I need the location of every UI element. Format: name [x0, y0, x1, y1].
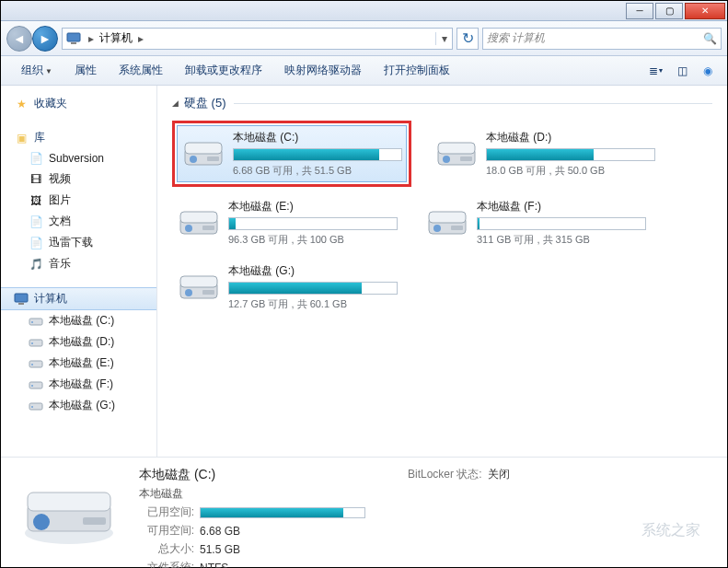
svg-point-20: [443, 156, 450, 163]
drive-item[interactable]: 本地磁盘 (F:)311 GB 可用 , 共 315 GB: [421, 194, 651, 251]
star-icon: ★: [14, 97, 29, 111]
libraries-icon: ▣: [14, 131, 29, 145]
sidebar-library-item[interactable]: 🎵音乐: [1, 253, 156, 274]
uninstall-button[interactable]: 卸载或更改程序: [174, 59, 273, 82]
drive-body: 本地磁盘 (G:)12.7 GB 可用 , 共 60.1 GB: [228, 263, 398, 311]
drive-stat: 311 GB 可用 , 共 315 GB: [477, 233, 646, 247]
svg-rect-12: [29, 403, 42, 410]
svg-point-32: [185, 289, 192, 296]
computer-icon: [64, 29, 83, 48]
sidebar-library-item[interactable]: 🎞视频: [1, 168, 156, 190]
crumb-dropdown-icon[interactable]: ▾: [435, 32, 452, 45]
crumb-computer[interactable]: 计算机: [98, 30, 134, 46]
help-icon[interactable]: ◉: [698, 62, 718, 80]
highlighted-frame: 本地磁盘 (C:)6.68 GB 可用 , 共 51.5 GB: [172, 121, 411, 187]
maximize-button[interactable]: ▢: [655, 3, 683, 19]
sidebar-computer[interactable]: 计算机: [1, 287, 156, 310]
library-item-icon: 🎵: [29, 257, 43, 272]
forward-button[interactable]: ►: [32, 26, 58, 52]
drive-item[interactable]: 本地磁盘 (C:)6.68 GB 可用 , 共 51.5 GB: [177, 125, 407, 182]
library-item-label: 迅雷下载: [49, 235, 93, 250]
sidebar-drive-label: 本地磁盘 (E:): [49, 355, 114, 371]
group-divider: [234, 103, 713, 104]
breadcrumb[interactable]: ▸ 计算机 ▸ ▾: [62, 28, 453, 50]
toolbar-right: ≣▼ ◫ ◉: [646, 62, 718, 80]
disk-icon: [29, 335, 43, 350]
sidebar-library-item[interactable]: 📄迅雷下载: [1, 232, 156, 253]
close-button[interactable]: ✕: [685, 3, 725, 19]
search-input[interactable]: 搜索 计算机 🔍: [482, 28, 722, 50]
system-properties-button[interactable]: 系统属性: [108, 59, 174, 82]
content-pane: ◢ 硬盘 (5) 本地磁盘 (C:)6.68 GB 可用 , 共 51.5 GB…: [157, 86, 727, 457]
disk-icon: [29, 399, 43, 413]
library-item-icon: 🖼: [29, 193, 43, 208]
sidebar: ★ 收藏夹 ▣ 库 📄Subversion🎞视频🖼图片📄文档📄迅雷下载🎵音乐 计…: [1, 86, 157, 457]
sidebar-libraries-group: ▣ 库 📄Subversion🎞视频🖼图片📄文档📄迅雷下载🎵音乐: [1, 127, 156, 274]
drive-stat: 18.0 GB 可用 , 共 50.0 GB: [486, 164, 655, 178]
disk-icon: [29, 356, 43, 371]
drive-stat: 12.7 GB 可用 , 共 60.1 GB: [228, 297, 398, 311]
sidebar-drive-item[interactable]: 本地磁盘 (F:): [1, 374, 156, 395]
drive-icon: [434, 135, 479, 172]
properties-button[interactable]: 属性: [64, 59, 108, 82]
drive-grid: 本地磁盘 (C:)6.68 GB 可用 , 共 51.5 GB本地磁盘 (D:)…: [172, 121, 712, 316]
sidebar-drive-label: 本地磁盘 (F:): [49, 377, 113, 392]
drive-body: 本地磁盘 (E:)96.3 GB 可用 , 共 100 GB: [228, 199, 398, 247]
used-space-bar: [200, 507, 365, 518]
drive-usage-bar: [486, 148, 655, 161]
drive-usage-bar: [233, 148, 402, 161]
sidebar-favorites[interactable]: ★ 收藏夹: [1, 93, 156, 114]
sidebar-library-item[interactable]: 📄文档: [1, 211, 156, 232]
drive-body: 本地磁盘 (C:)6.68 GB 可用 , 共 51.5 GB: [233, 130, 402, 178]
library-item-label: 音乐: [49, 256, 71, 272]
refresh-button[interactable]: ↻: [456, 28, 479, 50]
preview-pane-icon[interactable]: ◫: [672, 62, 692, 80]
sidebar-libraries[interactable]: ▣ 库: [1, 127, 156, 148]
sidebar-drive-item[interactable]: 本地磁盘 (C:): [1, 310, 156, 331]
sidebar-computer-label: 计算机: [34, 291, 67, 307]
svg-rect-31: [180, 276, 217, 287]
filesystem-value: NTFS: [200, 562, 228, 569]
svg-rect-29: [451, 226, 463, 230]
svg-point-28: [433, 225, 441, 232]
svg-rect-1: [71, 42, 76, 44]
main-area: ★ 收藏夹 ▣ 库 📄Subversion🎞视频🖼图片📄文档📄迅雷下载🎵音乐 计…: [1, 86, 727, 457]
drive-item[interactable]: 本地磁盘 (D:)18.0 GB 可用 , 共 50.0 GB: [430, 121, 660, 187]
sidebar-drive-label: 本地磁盘 (G:): [49, 398, 115, 413]
drive-body: 本地磁盘 (D:)18.0 GB 可用 , 共 50.0 GB: [486, 130, 655, 178]
minimize-button[interactable]: ─: [626, 3, 653, 19]
svg-rect-38: [83, 517, 106, 525]
svg-rect-19: [438, 143, 475, 154]
back-button[interactable]: ◄: [6, 26, 32, 52]
drive-item[interactable]: 本地磁盘 (G:)12.7 GB 可用 , 共 60.1 GB: [172, 259, 402, 316]
group-header[interactable]: ◢ 硬盘 (5): [172, 95, 712, 111]
svg-rect-36: [28, 493, 110, 511]
map-drive-button[interactable]: 映射网络驱动器: [273, 59, 373, 82]
svg-rect-10: [29, 382, 42, 388]
search-placeholder: 搜索 计算机: [487, 30, 545, 46]
drive-usage-bar: [228, 217, 398, 230]
bitlocker-label: BitLocker 状态:: [408, 467, 482, 482]
svg-rect-6: [29, 340, 42, 346]
crumb-sep-icon: ▸: [134, 32, 147, 45]
sidebar-drive-item[interactable]: 本地磁盘 (E:): [1, 353, 156, 374]
sidebar-drive-item[interactable]: 本地磁盘 (D:): [1, 331, 156, 353]
sidebar-library-item[interactable]: 📄Subversion: [1, 148, 156, 168]
drive-name: 本地磁盘 (E:): [228, 199, 398, 214]
collapse-icon: ◢: [172, 99, 179, 108]
nav-arrows: ◄ ►: [6, 26, 58, 52]
sidebar-library-item[interactable]: 🖼图片: [1, 190, 156, 211]
library-item-icon: 📄: [29, 236, 43, 250]
organize-menu[interactable]: 组织▼: [10, 59, 64, 82]
sidebar-drive-label: 本地磁盘 (D:): [49, 334, 114, 350]
sidebar-drive-item[interactable]: 本地磁盘 (G:): [1, 395, 156, 416]
details-drive-icon: [14, 467, 124, 558]
disk-icon: [29, 377, 43, 392]
library-item-label: 图片: [49, 192, 71, 208]
explorer-window: ─ ▢ ✕ ◄ ► ▸ 计算机 ▸ ▾ ↻ 搜索 计算机 🔍 组织▼ 属性 系统…: [0, 0, 728, 568]
sidebar-favorites-label: 收藏夹: [34, 96, 67, 111]
control-panel-button[interactable]: 打开控制面板: [373, 59, 461, 82]
crumb-sep-icon: ▸: [85, 32, 98, 45]
drive-item[interactable]: 本地磁盘 (E:)96.3 GB 可用 , 共 100 GB: [172, 194, 402, 251]
view-options-icon[interactable]: ≣▼: [646, 62, 666, 80]
